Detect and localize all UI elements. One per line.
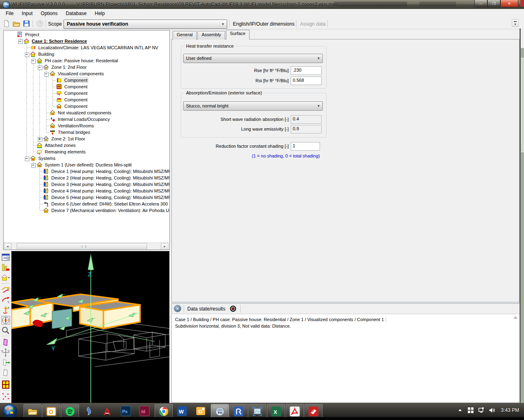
tree-item-label[interactable]: Component	[64, 104, 88, 109]
collapse-icon[interactable]	[25, 52, 29, 57]
scroll-left-icon[interactable]: ◄	[4, 243, 11, 250]
tree-item[interactable]: Device 2 (Heat pump: Heating, Cooling): …	[4, 175, 169, 181]
points-icon[interactable]	[1, 392, 11, 401]
tab-assembly[interactable]: Assembly	[197, 31, 225, 39]
restore-button[interactable]: ❐	[487, 0, 500, 7]
tree-item[interactable]: Component	[4, 103, 169, 109]
tree-item[interactable]: Ventilation/Rooms	[4, 122, 169, 129]
zoom-icon[interactable]	[1, 326, 11, 335]
start-button[interactable]	[2, 404, 18, 419]
expand-icon[interactable]	[38, 137, 42, 142]
shading-factor-input[interactable]: 1	[291, 142, 320, 151]
scrollbar-thumb[interactable]	[17, 243, 147, 250]
tree-item-label[interactable]: Not visualized components	[57, 110, 112, 115]
tree-item[interactable]: Not visualized components	[4, 109, 169, 116]
house-menu-icon[interactable]	[1, 273, 11, 282]
tab-surface[interactable]: Surface	[226, 30, 250, 39]
taskbar-revit-icon[interactable]	[230, 404, 248, 419]
scope-dropdown[interactable]: Passive house verification ▼	[64, 20, 227, 29]
close-results-icon[interactable]: ✕	[174, 305, 181, 312]
taskbar-chrome-icon[interactable]	[155, 404, 173, 419]
compass-icon[interactable]	[1, 315, 11, 325]
tree-item[interactable]: Systems	[4, 155, 169, 162]
collapse-icon[interactable]	[38, 66, 42, 70]
tree-item-label[interactable]: Device 3 (Heat pump: Heating, Cooling): …	[50, 182, 169, 187]
collapse-icon[interactable]	[25, 157, 29, 161]
tab-general[interactable]: General	[173, 31, 197, 39]
tree-item[interactable]: Internal Loads/Occupancy	[4, 116, 169, 122]
absorption-dropdown[interactable]: Stucco, normal bright ▼	[183, 101, 323, 111]
tree-item-label[interactable]: Device 1 (Heat pump: Heating, Cooling): …	[50, 169, 169, 174]
collapse-icon[interactable]	[31, 59, 36, 63]
scroll-right-icon[interactable]: ►	[161, 243, 169, 250]
taskbar-indesign-icon[interactable]: Id	[136, 404, 153, 418]
menu-database[interactable]: Database	[61, 9, 90, 16]
scroll-up-icon[interactable]	[513, 316, 517, 319]
tree-item[interactable]: Device 7 (Mechanical ventilation: Ventil…	[4, 207, 169, 214]
tree-item[interactable]: System 1 (User defined): Ductless Mini-s…	[4, 162, 169, 168]
window-grid-icon[interactable]	[1, 380, 11, 389]
open-file-icon[interactable]	[12, 20, 20, 28]
tree-item[interactable]: Localization/Climate: LAS VEGAS MCCARRAN…	[4, 44, 169, 51]
tree-item[interactable]: Attached zones	[4, 142, 169, 149]
menu-options[interactable]: Options	[37, 9, 61, 16]
tree-item[interactable]: Component	[4, 83, 169, 90]
component-arrow-icon[interactable]	[1, 358, 11, 367]
action-center-icon[interactable]	[467, 407, 474, 413]
minimize-button[interactable]: —	[474, 0, 487, 7]
rotate-y-icon[interactable]: Y	[1, 295, 11, 304]
tree-item[interactable]: PH case: Passive house: Residential	[4, 57, 169, 64]
tree-item[interactable]: Zone 2: 1st Floor	[4, 136, 169, 142]
report-icon[interactable]	[1, 253, 11, 262]
tree-item[interactable]: Project	[4, 31, 169, 38]
tree-item[interactable]: Component	[4, 90, 169, 96]
tree-item[interactable]: Component	[4, 77, 169, 83]
network-icon[interactable]	[478, 407, 485, 413]
assign-data-button[interactable]: Assign data	[300, 21, 326, 27]
menu-help[interactable]: Help	[91, 9, 109, 16]
taskbar-excel-icon[interactable]: X	[267, 404, 285, 419]
taskbar-blue-app-icon[interactable]	[80, 404, 97, 418]
close-button[interactable]: ✕	[500, 0, 518, 7]
clock[interactable]: 3:43 PM	[499, 407, 519, 413]
tree-item[interactable]: Building	[4, 51, 169, 57]
taskbar-wufi-passive-icon[interactable]: PH	[211, 404, 229, 419]
tree-item-label[interactable]: Visualized components	[57, 71, 105, 76]
taskbar-acrobat-icon[interactable]	[286, 404, 304, 419]
tree-item-label[interactable]: Ventilation/Rooms	[57, 123, 95, 128]
tree-item[interactable]: Device 4 (Heat pump: Heating, Cooling): …	[4, 188, 169, 194]
tree-item-label[interactable]: Attached zones	[44, 143, 77, 148]
new-file-icon[interactable]	[2, 20, 11, 28]
tree-item-label[interactable]: Internal Loads/Occupancy	[57, 117, 111, 122]
taskbar-autocad-icon[interactable]	[99, 404, 116, 418]
menu-input[interactable]: Input	[18, 9, 37, 16]
component-outline-icon[interactable]	[1, 368, 11, 377]
taskbar-explorer-icon[interactable]	[24, 404, 42, 419]
tree-item-label[interactable]: Component	[64, 77, 88, 83]
tree-item-label[interactable]: Component	[64, 84, 88, 89]
tree-item[interactable]: Remaining elements	[4, 149, 169, 155]
tree-item[interactable]: Zone 1: 2nd Floor	[4, 64, 169, 70]
tree-item-label[interactable]: Systems	[37, 156, 56, 161]
building-3d-canvas[interactable]: Z Y	[11, 251, 169, 403]
tree-item-label[interactable]: Remaining elements	[44, 149, 86, 154]
taskbar-outlook-icon[interactable]: O	[42, 404, 60, 419]
tree-item-label[interactable]: Thermal bridges	[57, 130, 91, 135]
thermo-building-icon[interactable]	[1, 263, 11, 272]
tree-item-label[interactable]: System 1 (User defined): Ductless Mini-s…	[44, 162, 132, 167]
tree-item-label[interactable]: Device 2 (Heat pump: Heating, Cooling): …	[50, 175, 169, 180]
tree-item[interactable]: Device 5 (Heat pump: Heating, Cooling): …	[4, 194, 169, 201]
component-purple-icon[interactable]	[1, 337, 11, 347]
rotate-x-icon[interactable]	[1, 285, 11, 294]
menu-file[interactable]: File	[2, 9, 18, 16]
tree-item[interactable]: Device 1 (Heat pump: Heating, Cooling): …	[4, 168, 169, 175]
tree-item-label[interactable]: Component	[64, 91, 88, 96]
nso-cross-icon[interactable]: NSOH	[1, 348, 11, 357]
tree-item-label[interactable]: Case 1: Schorr Residence	[31, 39, 88, 44]
tree-item[interactable]: Component	[4, 96, 169, 103]
help-icon[interactable]: ?	[36, 20, 44, 28]
collapse-icon[interactable]	[44, 72, 49, 77]
rotate-z-icon[interactable]: Z	[1, 305, 11, 315]
taskbar-spotify-icon[interactable]	[61, 404, 79, 419]
tree-item-label[interactable]: Localization/Climate: LAS VEGAS MCCARRAN…	[37, 45, 159, 50]
